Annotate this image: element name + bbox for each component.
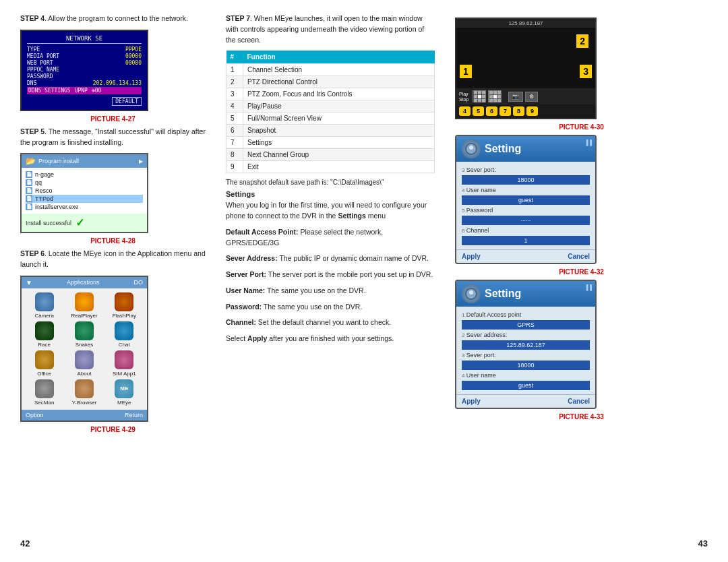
picture-4-27-label: PICTURE 4-27 (20, 115, 206, 123)
table-row: 7Settings (226, 137, 435, 149)
app-meye: ME MEye (106, 379, 143, 406)
step6-label: STEP 6 (20, 249, 44, 257)
default-button[interactable]: DEFAULT (112, 97, 142, 106)
left-column: STEP 4. Allow the program to connect to … (20, 13, 216, 549)
picture-4-30-label: PICTURE 4-30 (455, 123, 708, 131)
apps-footer: Option Return (22, 410, 147, 420)
setting-row: 3 Sever port: (462, 352, 590, 358)
table-col-function: Function (243, 51, 435, 64)
access-value: GPRS (462, 320, 590, 330)
network-password-row: PASSWORD (27, 73, 142, 80)
dvr-num-8[interactable]: 8 (513, 106, 524, 116)
dvr-num-7[interactable]: 7 (499, 106, 511, 116)
dvr-control-btn[interactable] (473, 90, 486, 102)
network-webport-row: WEB PORT 00080 (27, 60, 142, 66)
table-row: 8Next Channel Group (226, 149, 435, 161)
program-header: 📂 Program install ▶ (22, 154, 147, 168)
step6-body: . Locate the MEye icon in the Applicatio… (20, 249, 206, 268)
program-list: 📄 n-gage 📄 qq 📄 Resco 📄 TTPod 📄 i (22, 168, 147, 214)
badge-3: 3 (580, 65, 592, 78)
program-item: 📄 n-gage (26, 170, 143, 179)
setting-header-33: Setting ▐▐ (456, 281, 595, 307)
dvr-number-row: 4 5 6 7 8 9 (456, 104, 595, 118)
step7-label: STEP 7 (226, 14, 250, 22)
dvr-misc-btn[interactable]: 📷 (508, 92, 523, 102)
table-body: 1Channel Selection 2PTZ Directional Cont… (226, 64, 435, 173)
app-camera: Camera (26, 292, 63, 319)
apply-button-33[interactable]: Apply (462, 398, 481, 405)
table-row: 5Full/Normal Screen View (226, 113, 435, 125)
picture-4-33-label: PICTURE 4-33 (455, 413, 708, 420)
picture-4-29-label: PICTURE 4-29 (20, 426, 206, 433)
step7-text: STEP 7. When MEye launches, it will open… (226, 13, 435, 45)
table-row: 1Channel Selection (226, 64, 435, 76)
step7-body: . When MEye launches, it will open to th… (226, 14, 424, 44)
app-about: About (65, 350, 102, 377)
setting-header-32: Setting ▐▐ (456, 136, 595, 162)
username-value: guest (462, 195, 590, 205)
cancel-button-32[interactable]: Cancel (568, 253, 590, 260)
channel-value: 1 (462, 236, 590, 245)
step4-body: . Allow the program to connect to the ne… (44, 14, 188, 22)
step6-text: STEP 6. Locate the MEye icon in the Appl… (20, 249, 206, 270)
program-item-selected: 📄 TTPod (26, 195, 143, 203)
apply-button-32[interactable]: Apply (462, 253, 481, 260)
dvr-num-5[interactable]: 5 (473, 106, 484, 116)
step4-text: STEP 4. Allow the program to connect to … (20, 13, 206, 24)
setting-logo-33 (462, 284, 481, 303)
address-value: 125.89.62.187 (462, 340, 590, 350)
page-number-right: 43 (698, 538, 708, 549)
setting-row: 5 Password (462, 207, 590, 214)
sever-address-text: Sever Address: The public IP or dynamic … (226, 253, 435, 264)
settings-section-title: Settings (226, 190, 435, 198)
password-value: ······ (462, 216, 590, 225)
badge-1: 1 (460, 65, 472, 78)
network-mediaport-row: MEDIA PORT 09000 (27, 53, 142, 59)
network-dns-row: DNS 202.096.134.133 (27, 80, 142, 86)
user-name-text: User Name: The same you use on the DVR. (226, 286, 435, 296)
dvr-misc-btn2[interactable]: ⚙ (525, 92, 538, 102)
picture-4-28-label: PICTURE 4-28 (20, 237, 206, 245)
table-row: 9Exit (226, 161, 435, 173)
dvr-video-area: 2 1 3 (456, 28, 595, 88)
picture-4-32-label: PICTURE 4-32 (455, 268, 708, 276)
step4-label: STEP 4 (20, 14, 44, 22)
setting-screenshot-33: Setting ▐▐ 1 Default Access point GPRS 2… (455, 280, 597, 409)
setting-row: 6 Channel (462, 227, 590, 234)
dvr-screenshot: 125.89.62.187 2 1 3 Play Stop (455, 18, 597, 119)
svg-point-1 (469, 146, 473, 150)
step5-label: STEP 5 (20, 127, 44, 135)
step5-body: . The message, "Install successful" will… (20, 127, 206, 146)
page-number-left: 42 (20, 538, 30, 549)
dvr-num-6[interactable]: 6 (486, 106, 497, 116)
setting-row: 2 Sever address: (462, 332, 590, 338)
checkmark-icon: ✓ (75, 216, 84, 229)
dvr-control-btn2[interactable] (488, 90, 502, 102)
network-pppoe-row: PPPOC NAME (27, 67, 142, 73)
port-value-33: 18000 (462, 361, 590, 370)
server-port-text: Server Port: The server port is the mobi… (226, 270, 435, 280)
setting-body-33: 1 Default Access point GPRS 2 Sever addr… (456, 307, 595, 394)
cancel-button-33[interactable]: Cancel (568, 398, 590, 405)
app-flashplay: FlashPlay (106, 292, 143, 319)
step5-text: STEP 5. The message, "Install successful… (20, 127, 206, 148)
app-race: Race (26, 321, 63, 348)
apps-screenshot: ▼ Applications DO Camera RealPlayer Flas… (20, 276, 148, 422)
setting-row: 1 Default Access point (462, 311, 590, 318)
snapshot-note: The snapshot default save path is: "C:\D… (226, 179, 435, 186)
apps-grid: Camera RealPlayer FlashPlay Race Snakes (22, 288, 147, 410)
setting-footer-33: Apply Cancel (456, 394, 595, 408)
middle-column: STEP 7. When MEye launches, it will open… (216, 13, 445, 549)
app-browser: Y-Browser (65, 379, 102, 406)
table-col-num: # (226, 51, 243, 64)
dvr-num-9[interactable]: 9 (526, 106, 538, 116)
dvr-ip: 125.89.62.187 (456, 19, 595, 28)
apps-header: ▼ Applications DO (22, 277, 147, 288)
dvr-num-4[interactable]: 4 (459, 106, 471, 116)
setting-logo-32 (462, 139, 481, 158)
app-office: Office (26, 350, 63, 377)
program-item: 📄 qq (26, 179, 143, 187)
app-snakes: Snakes (65, 321, 102, 348)
program-item: 📄 installserver.exe (26, 203, 143, 211)
svg-point-3 (469, 290, 473, 294)
